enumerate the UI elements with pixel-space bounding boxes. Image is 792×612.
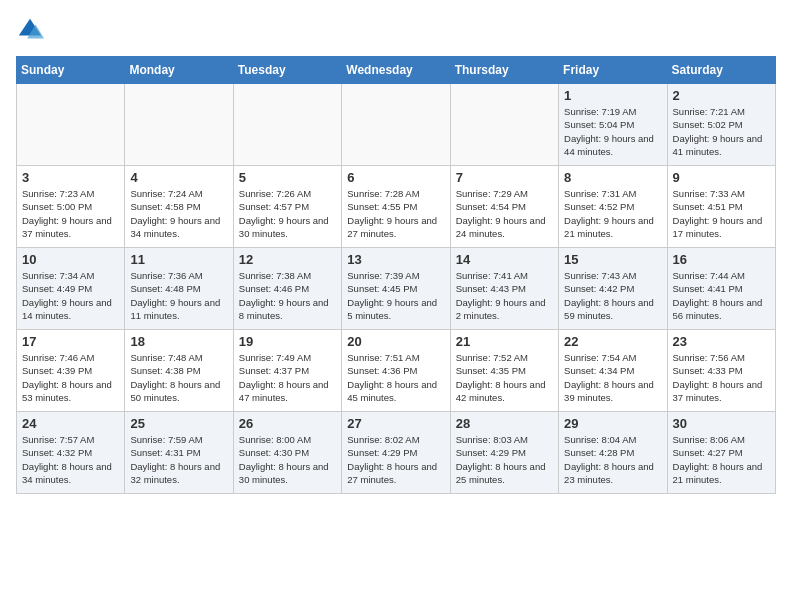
- weekday-header-friday: Friday: [559, 57, 667, 84]
- calendar-week-5: 24Sunrise: 7:57 AM Sunset: 4:32 PM Dayli…: [17, 412, 776, 494]
- day-number: 14: [456, 252, 553, 267]
- day-number: 17: [22, 334, 119, 349]
- day-number: 1: [564, 88, 661, 103]
- day-number: 13: [347, 252, 444, 267]
- calendar-cell: [125, 84, 233, 166]
- calendar-cell: 17Sunrise: 7:46 AM Sunset: 4:39 PM Dayli…: [17, 330, 125, 412]
- day-number: 30: [673, 416, 770, 431]
- day-number: 29: [564, 416, 661, 431]
- day-info: Sunrise: 7:19 AM Sunset: 5:04 PM Dayligh…: [564, 105, 661, 158]
- calendar-cell: 30Sunrise: 8:06 AM Sunset: 4:27 PM Dayli…: [667, 412, 775, 494]
- day-info: Sunrise: 7:59 AM Sunset: 4:31 PM Dayligh…: [130, 433, 227, 486]
- calendar-table: SundayMondayTuesdayWednesdayThursdayFrid…: [16, 56, 776, 494]
- day-number: 26: [239, 416, 336, 431]
- calendar-week-2: 3Sunrise: 7:23 AM Sunset: 5:00 PM Daylig…: [17, 166, 776, 248]
- calendar-cell: 15Sunrise: 7:43 AM Sunset: 4:42 PM Dayli…: [559, 248, 667, 330]
- weekday-header-thursday: Thursday: [450, 57, 558, 84]
- day-info: Sunrise: 7:28 AM Sunset: 4:55 PM Dayligh…: [347, 187, 444, 240]
- day-info: Sunrise: 7:44 AM Sunset: 4:41 PM Dayligh…: [673, 269, 770, 322]
- calendar-week-3: 10Sunrise: 7:34 AM Sunset: 4:49 PM Dayli…: [17, 248, 776, 330]
- calendar-cell: 24Sunrise: 7:57 AM Sunset: 4:32 PM Dayli…: [17, 412, 125, 494]
- day-info: Sunrise: 7:51 AM Sunset: 4:36 PM Dayligh…: [347, 351, 444, 404]
- calendar-cell: [17, 84, 125, 166]
- day-number: 8: [564, 170, 661, 185]
- day-info: Sunrise: 7:48 AM Sunset: 4:38 PM Dayligh…: [130, 351, 227, 404]
- calendar-cell: 16Sunrise: 7:44 AM Sunset: 4:41 PM Dayli…: [667, 248, 775, 330]
- calendar-cell: 12Sunrise: 7:38 AM Sunset: 4:46 PM Dayli…: [233, 248, 341, 330]
- day-info: Sunrise: 7:49 AM Sunset: 4:37 PM Dayligh…: [239, 351, 336, 404]
- day-info: Sunrise: 8:03 AM Sunset: 4:29 PM Dayligh…: [456, 433, 553, 486]
- calendar-cell: 11Sunrise: 7:36 AM Sunset: 4:48 PM Dayli…: [125, 248, 233, 330]
- calendar-cell: 14Sunrise: 7:41 AM Sunset: 4:43 PM Dayli…: [450, 248, 558, 330]
- calendar-cell: 22Sunrise: 7:54 AM Sunset: 4:34 PM Dayli…: [559, 330, 667, 412]
- day-info: Sunrise: 7:23 AM Sunset: 5:00 PM Dayligh…: [22, 187, 119, 240]
- calendar-cell: 2Sunrise: 7:21 AM Sunset: 5:02 PM Daylig…: [667, 84, 775, 166]
- calendar-cell: 26Sunrise: 8:00 AM Sunset: 4:30 PM Dayli…: [233, 412, 341, 494]
- calendar-cell: 23Sunrise: 7:56 AM Sunset: 4:33 PM Dayli…: [667, 330, 775, 412]
- day-info: Sunrise: 7:33 AM Sunset: 4:51 PM Dayligh…: [673, 187, 770, 240]
- day-number: 11: [130, 252, 227, 267]
- calendar-cell: 13Sunrise: 7:39 AM Sunset: 4:45 PM Dayli…: [342, 248, 450, 330]
- day-info: Sunrise: 7:39 AM Sunset: 4:45 PM Dayligh…: [347, 269, 444, 322]
- day-number: 25: [130, 416, 227, 431]
- calendar-cell: [342, 84, 450, 166]
- day-number: 16: [673, 252, 770, 267]
- day-info: Sunrise: 8:00 AM Sunset: 4:30 PM Dayligh…: [239, 433, 336, 486]
- calendar-cell: 25Sunrise: 7:59 AM Sunset: 4:31 PM Dayli…: [125, 412, 233, 494]
- day-info: Sunrise: 7:31 AM Sunset: 4:52 PM Dayligh…: [564, 187, 661, 240]
- day-info: Sunrise: 7:54 AM Sunset: 4:34 PM Dayligh…: [564, 351, 661, 404]
- day-info: Sunrise: 7:36 AM Sunset: 4:48 PM Dayligh…: [130, 269, 227, 322]
- calendar-cell: 1Sunrise: 7:19 AM Sunset: 5:04 PM Daylig…: [559, 84, 667, 166]
- day-info: Sunrise: 7:57 AM Sunset: 4:32 PM Dayligh…: [22, 433, 119, 486]
- calendar-cell: 7Sunrise: 7:29 AM Sunset: 4:54 PM Daylig…: [450, 166, 558, 248]
- calendar-cell: [450, 84, 558, 166]
- logo-icon: [16, 16, 44, 44]
- calendar-cell: 21Sunrise: 7:52 AM Sunset: 4:35 PM Dayli…: [450, 330, 558, 412]
- day-number: 24: [22, 416, 119, 431]
- calendar-cell: 4Sunrise: 7:24 AM Sunset: 4:58 PM Daylig…: [125, 166, 233, 248]
- day-info: Sunrise: 8:06 AM Sunset: 4:27 PM Dayligh…: [673, 433, 770, 486]
- day-number: 7: [456, 170, 553, 185]
- day-info: Sunrise: 7:43 AM Sunset: 4:42 PM Dayligh…: [564, 269, 661, 322]
- day-number: 5: [239, 170, 336, 185]
- weekday-header-sunday: Sunday: [17, 57, 125, 84]
- day-number: 6: [347, 170, 444, 185]
- day-info: Sunrise: 8:02 AM Sunset: 4:29 PM Dayligh…: [347, 433, 444, 486]
- day-number: 22: [564, 334, 661, 349]
- day-info: Sunrise: 7:26 AM Sunset: 4:57 PM Dayligh…: [239, 187, 336, 240]
- day-number: 3: [22, 170, 119, 185]
- weekday-header-row: SundayMondayTuesdayWednesdayThursdayFrid…: [17, 57, 776, 84]
- day-info: Sunrise: 7:21 AM Sunset: 5:02 PM Dayligh…: [673, 105, 770, 158]
- calendar-week-1: 1Sunrise: 7:19 AM Sunset: 5:04 PM Daylig…: [17, 84, 776, 166]
- day-number: 9: [673, 170, 770, 185]
- day-info: Sunrise: 7:34 AM Sunset: 4:49 PM Dayligh…: [22, 269, 119, 322]
- day-number: 2: [673, 88, 770, 103]
- calendar-cell: 20Sunrise: 7:51 AM Sunset: 4:36 PM Dayli…: [342, 330, 450, 412]
- day-number: 27: [347, 416, 444, 431]
- calendar-cell: 10Sunrise: 7:34 AM Sunset: 4:49 PM Dayli…: [17, 248, 125, 330]
- day-number: 15: [564, 252, 661, 267]
- calendar-cell: 5Sunrise: 7:26 AM Sunset: 4:57 PM Daylig…: [233, 166, 341, 248]
- day-number: 12: [239, 252, 336, 267]
- calendar-cell: 6Sunrise: 7:28 AM Sunset: 4:55 PM Daylig…: [342, 166, 450, 248]
- weekday-header-saturday: Saturday: [667, 57, 775, 84]
- day-info: Sunrise: 7:56 AM Sunset: 4:33 PM Dayligh…: [673, 351, 770, 404]
- calendar-cell: 8Sunrise: 7:31 AM Sunset: 4:52 PM Daylig…: [559, 166, 667, 248]
- day-info: Sunrise: 7:29 AM Sunset: 4:54 PM Dayligh…: [456, 187, 553, 240]
- calendar-cell: 28Sunrise: 8:03 AM Sunset: 4:29 PM Dayli…: [450, 412, 558, 494]
- day-number: 10: [22, 252, 119, 267]
- day-info: Sunrise: 8:04 AM Sunset: 4:28 PM Dayligh…: [564, 433, 661, 486]
- calendar-cell: 9Sunrise: 7:33 AM Sunset: 4:51 PM Daylig…: [667, 166, 775, 248]
- day-info: Sunrise: 7:41 AM Sunset: 4:43 PM Dayligh…: [456, 269, 553, 322]
- day-number: 4: [130, 170, 227, 185]
- weekday-header-wednesday: Wednesday: [342, 57, 450, 84]
- day-number: 28: [456, 416, 553, 431]
- day-number: 23: [673, 334, 770, 349]
- calendar-cell: 29Sunrise: 8:04 AM Sunset: 4:28 PM Dayli…: [559, 412, 667, 494]
- calendar-cell: 19Sunrise: 7:49 AM Sunset: 4:37 PM Dayli…: [233, 330, 341, 412]
- day-info: Sunrise: 7:52 AM Sunset: 4:35 PM Dayligh…: [456, 351, 553, 404]
- day-number: 21: [456, 334, 553, 349]
- day-number: 18: [130, 334, 227, 349]
- day-info: Sunrise: 7:24 AM Sunset: 4:58 PM Dayligh…: [130, 187, 227, 240]
- calendar-cell: 27Sunrise: 8:02 AM Sunset: 4:29 PM Dayli…: [342, 412, 450, 494]
